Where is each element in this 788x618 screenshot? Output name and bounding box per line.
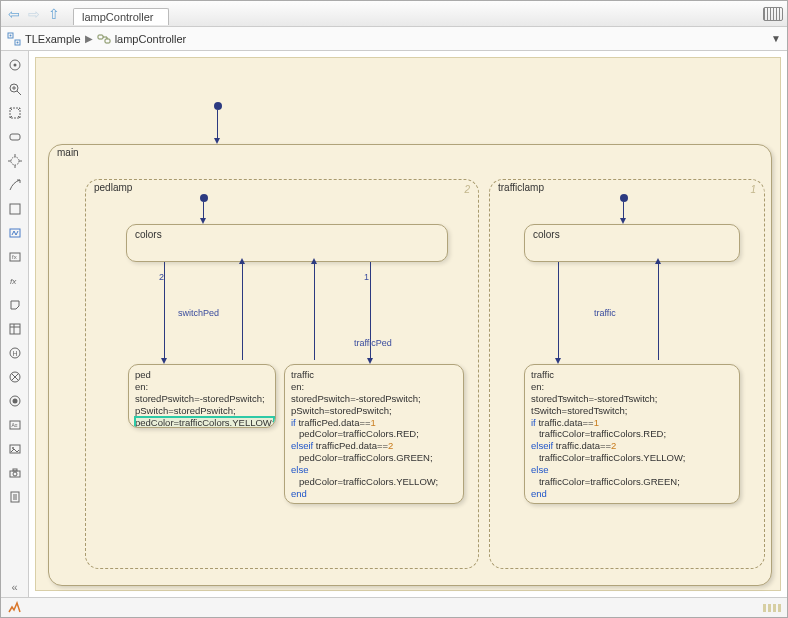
keyboard-icon[interactable] — [763, 7, 783, 21]
tt-n1: 1 — [594, 417, 599, 428]
pt-l1: en: — [291, 381, 304, 392]
box-tool-icon[interactable] — [5, 199, 25, 219]
state-ped[interactable]: ped en: storedPswitch=-storedPswitch; pS… — [128, 364, 276, 428]
arrow-trafficped-up — [311, 258, 317, 264]
pt-title: traffic — [291, 369, 314, 380]
tt-l1: en: — [531, 381, 544, 392]
up-icon[interactable]: ⇧ — [45, 5, 63, 23]
stateflow-icon — [97, 32, 111, 46]
nav-toolbar: ⇦ ⇨ ⇧ lampController — [1, 1, 787, 27]
breadcrumb-leaf[interactable]: lampController — [115, 33, 187, 45]
svg-text:H: H — [12, 350, 17, 357]
tt-l9: trafficColor=trafficColors.GREEN; — [531, 476, 680, 487]
tt-elseif: elseif — [531, 440, 553, 451]
line-switchped-down — [164, 262, 165, 360]
arrow-switchped-up — [239, 258, 245, 264]
pt-l9: pedColor=trafficColors.YELLOW; — [291, 476, 438, 487]
pedlamp-default-dot — [200, 194, 208, 202]
pt-l3: pSwitch=storedPswitch; — [291, 405, 392, 416]
record-icon[interactable] — [5, 391, 25, 411]
matlab-icon[interactable] — [7, 601, 21, 615]
default-transition-line — [217, 110, 218, 140]
matlab-fn-icon[interactable]: fx — [5, 271, 25, 291]
tt-title: traffic — [531, 369, 554, 380]
tt-l2: storedTswitch=-storedTswitch; — [531, 393, 657, 404]
pt-l2: storedPswitch=-storedPswitch; — [291, 393, 421, 404]
svg-text:A≡: A≡ — [11, 422, 17, 428]
line-trafficped-up — [314, 262, 315, 360]
simulink-fn-icon[interactable] — [5, 223, 25, 243]
line-traffic-down — [558, 262, 559, 360]
svg-point-14 — [11, 157, 19, 165]
side-toolbar: fx fx H A≡ « — [1, 51, 29, 597]
svg-point-36 — [13, 472, 17, 476]
svg-line-9 — [17, 91, 21, 95]
canvas[interactable]: main pedlamp 2 colors 2 1 — [35, 57, 781, 591]
canvas-wrap: main pedlamp 2 colors 2 1 — [29, 51, 787, 597]
svg-rect-5 — [105, 39, 110, 43]
graphical-fn-icon[interactable]: fx — [5, 247, 25, 267]
state-main[interactable]: main pedlamp 2 colors 2 1 — [48, 144, 772, 586]
transition-tool-icon[interactable] — [5, 175, 25, 195]
label-switchped: switchPed — [178, 308, 219, 318]
pt-l7: pedColor=trafficColors.GREEN; — [291, 452, 433, 463]
fit-icon[interactable] — [5, 103, 25, 123]
forward-icon[interactable]: ⇨ — [25, 5, 43, 23]
history-icon[interactable]: H — [5, 343, 25, 363]
svg-rect-20 — [10, 324, 20, 334]
ped-title: ped — [135, 369, 151, 380]
tt-end: end — [531, 488, 547, 499]
collapse-icon[interactable]: « — [11, 581, 17, 593]
svg-point-2 — [10, 34, 12, 36]
tt-c2: traffic.data== — [553, 440, 611, 451]
pt-n2: 2 — [388, 440, 393, 451]
trafficlamp-default-dot — [620, 194, 628, 202]
state-pedlamp-traffic[interactable]: traffic en: storedPswitch=-storedPswitch… — [284, 364, 464, 504]
target-icon[interactable] — [5, 55, 25, 75]
tab-label: lampController — [82, 11, 154, 23]
svg-rect-4 — [98, 35, 103, 39]
condition-icon[interactable] — [5, 367, 25, 387]
image-icon[interactable] — [5, 439, 25, 459]
tt-l7: trafficColor=trafficColors.YELLOW; — [531, 452, 685, 463]
model-icon[interactable] — [7, 32, 21, 46]
state-trafficlamp-traffic[interactable]: traffic en: storedTswitch=-storedTswitch… — [524, 364, 740, 504]
state-pedlamp[interactable]: pedlamp 2 colors 2 1 — [85, 179, 479, 569]
dropdown-icon[interactable]: ▼ — [771, 33, 781, 44]
window: ⇦ ⇨ ⇧ lampController TLExample ▶ lampCon… — [0, 0, 788, 618]
state-main-label: main — [57, 147, 79, 158]
pt-c2: trafficPed.data== — [313, 440, 388, 451]
text-box-icon[interactable]: A≡ — [5, 415, 25, 435]
state-tool-icon[interactable] — [5, 127, 25, 147]
svg-point-7 — [13, 64, 16, 67]
svg-text:fx: fx — [12, 254, 17, 260]
trafficlamp-order: 1 — [750, 184, 756, 195]
ped-l2: storedPswitch=-storedPswitch; — [135, 393, 265, 404]
pedlamp-colors[interactable]: colors — [126, 224, 448, 262]
ped-l4-highlighted: pedColor=trafficColors.YELLOW; — [135, 417, 274, 428]
trafficlamp-colors[interactable]: colors — [524, 224, 740, 262]
state-trafficlamp[interactable]: trafficlamp 1 colors traffic — [489, 179, 765, 569]
svg-text:fx: fx — [10, 277, 17, 286]
tt-l5: trafficColor=trafficColors.RED; — [531, 428, 666, 439]
tab-lampcontroller[interactable]: lampController — [73, 8, 169, 25]
back-icon[interactable]: ⇦ — [5, 5, 23, 23]
pt-c1: trafficPed.data== — [296, 417, 371, 428]
report-icon[interactable] — [5, 487, 25, 507]
zoom-in-icon[interactable] — [5, 79, 25, 99]
breadcrumb: TLExample ▶ lampController ▼ — [1, 27, 787, 51]
chevron-right-icon: ▶ — [85, 33, 93, 44]
status-indicator — [763, 604, 781, 612]
ped-l3: pSwitch=storedPswitch; — [135, 405, 236, 416]
truth-table-icon[interactable] — [5, 319, 25, 339]
tt-l3: tSwitch=storedTswitch; — [531, 405, 627, 416]
order-1: 1 — [364, 272, 369, 282]
label-traffic: traffic — [594, 308, 616, 318]
junction-tool-icon[interactable] — [5, 151, 25, 171]
main-area: fx fx H A≡ « main — [1, 51, 787, 597]
annotation-icon[interactable] — [5, 295, 25, 315]
camera-icon[interactable] — [5, 463, 25, 483]
pedlamp-order: 2 — [464, 184, 470, 195]
breadcrumb-root[interactable]: TLExample — [25, 33, 81, 45]
arrow-traffic-up — [655, 258, 661, 264]
